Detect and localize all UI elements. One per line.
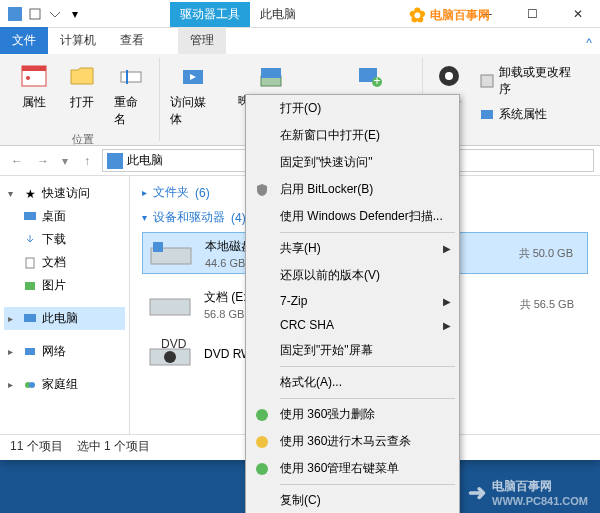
context-menu-item-icon — [254, 461, 270, 477]
svg-point-33 — [256, 463, 268, 475]
this-pc-icon — [107, 153, 123, 169]
properties-icon — [18, 60, 50, 92]
context-menu: 打开(O)在新窗口中打开(E)固定到"快速访问"启用 BitLocker(B)使… — [245, 94, 460, 513]
context-menu-item-label: 使用 360进行木马云查杀 — [280, 433, 411, 450]
context-menu-item-label: 复制(C) — [280, 492, 321, 509]
context-menu-item[interactable]: 复制(C) — [246, 487, 459, 513]
context-menu-item-icon — [254, 293, 270, 309]
tree-documents[interactable]: 文档 — [4, 251, 125, 274]
context-menu-item[interactable]: 共享(H)▶ — [246, 235, 459, 262]
context-menu-item-icon — [254, 434, 270, 450]
context-menu-item-label: 使用 Windows Defender扫描... — [280, 208, 443, 225]
context-menu-item[interactable]: 7-Zip▶ — [246, 289, 459, 313]
context-menu-item-icon — [254, 375, 270, 391]
context-tab-drive-tools[interactable]: 驱动器工具 — [170, 2, 250, 27]
context-menu-item[interactable]: 启用 BitLocker(B) — [246, 176, 459, 203]
nav-forward-button[interactable]: → — [32, 150, 54, 172]
submenu-arrow-icon: ▶ — [443, 320, 451, 331]
context-menu-item[interactable]: 使用 360进行木马云查杀 — [246, 428, 459, 455]
document-icon — [22, 255, 38, 271]
watermark-bottom-text: 电脑百事网 — [492, 479, 552, 493]
picture-icon — [22, 278, 38, 294]
context-menu-item[interactable]: 打开(O) — [246, 95, 459, 122]
device-total: 共 50.0 GB — [519, 246, 583, 261]
qat-icon-2[interactable] — [46, 5, 64, 23]
context-menu-item-label: 使用 360强力删除 — [280, 406, 375, 423]
map-drive-icon — [255, 60, 287, 92]
ribbon-system-properties[interactable]: 系统属性 — [475, 104, 586, 125]
ribbon-collapse-button[interactable]: ^ — [578, 32, 600, 54]
desktop-icon — [22, 209, 38, 225]
context-menu-item[interactable]: 使用 360强力删除 — [246, 401, 459, 428]
svg-rect-1 — [30, 9, 40, 19]
tree-pictures[interactable]: 图片 — [4, 274, 125, 297]
gear-icon — [433, 60, 465, 92]
context-menu-item-icon — [254, 209, 270, 225]
qat-dropdown[interactable]: ▾ — [66, 5, 84, 23]
context-menu-item-label: 固定到"开始"屏幕 — [280, 342, 373, 359]
media-icon — [177, 60, 209, 92]
svg-text:DVD: DVD — [161, 339, 187, 351]
watermark-bottom-icon: ➜ — [468, 480, 486, 506]
nav-up-button[interactable]: ↑ — [76, 150, 98, 172]
quick-access-toolbar: ▾ — [0, 5, 90, 23]
download-icon — [22, 232, 38, 248]
ribbon-access-media[interactable]: 访问媒体 — [166, 58, 221, 130]
tree-quick-access[interactable]: ▾★快速访问 — [4, 182, 125, 205]
svg-point-4 — [26, 76, 30, 80]
tree-desktop[interactable]: 桌面 — [4, 205, 125, 228]
titlebar-context-tabs: 驱动器工具 此电脑 — [170, 0, 306, 27]
ribbon-open[interactable]: 打开 — [62, 58, 102, 130]
context-menu-item[interactable]: 在新窗口中打开(E) — [246, 122, 459, 149]
ribbon-properties[interactable]: 属性 — [14, 58, 54, 130]
context-menu-item-icon — [254, 407, 270, 423]
svg-text:+: + — [373, 74, 380, 88]
nav-history-button[interactable]: ▾ — [58, 150, 72, 172]
add-network-icon: + — [353, 60, 385, 92]
breadcrumb-location: 此电脑 — [127, 152, 163, 169]
svg-rect-18 — [24, 212, 36, 220]
context-menu-item-icon — [254, 343, 270, 359]
svg-rect-10 — [261, 68, 281, 78]
star-icon: ★ — [22, 186, 38, 202]
context-menu-item-label: 使用 360管理右键菜单 — [280, 460, 399, 477]
context-menu-item-icon — [254, 493, 270, 509]
tab-manage[interactable]: 管理 — [178, 27, 226, 54]
context-menu-item[interactable]: 使用 360管理右键菜单 — [246, 455, 459, 482]
context-menu-item-label: 固定到"快速访问" — [280, 154, 373, 171]
ribbon-uninstall[interactable]: 卸载或更改程序 — [475, 62, 586, 100]
tree-this-pc[interactable]: ▸此电脑 — [4, 307, 125, 330]
app-icon — [6, 5, 24, 23]
qat-icon-1[interactable] — [26, 5, 44, 23]
tab-view[interactable]: 查看 — [108, 27, 156, 54]
tree-downloads[interactable]: 下载 — [4, 228, 125, 251]
context-menu-item-icon — [254, 241, 270, 257]
tree-network[interactable]: ▸网络 — [4, 340, 125, 363]
tab-file[interactable]: 文件 — [0, 27, 48, 54]
system-properties-icon — [479, 107, 495, 123]
open-folder-icon — [66, 60, 98, 92]
watermark-top-text: 电脑百事网 — [430, 7, 490, 24]
status-item-count: 11 个项目 — [10, 438, 63, 455]
svg-point-24 — [29, 382, 35, 388]
tab-computer[interactable]: 计算机 — [48, 27, 108, 54]
context-menu-item[interactable]: 格式化(A)... — [246, 369, 459, 396]
context-menu-item[interactable]: 固定到"开始"屏幕 — [246, 337, 459, 364]
titlebar-breadcrumb-title: 此电脑 — [250, 2, 306, 27]
svg-rect-19 — [26, 258, 34, 268]
svg-rect-3 — [22, 66, 46, 71]
maximize-button[interactable]: ☐ — [510, 0, 555, 28]
nav-back-button[interactable]: ← — [6, 150, 28, 172]
tree-homegroup[interactable]: ▸家庭组 — [4, 373, 125, 396]
context-menu-item[interactable]: 还原以前的版本(V) — [246, 262, 459, 289]
homegroup-icon — [22, 377, 38, 393]
watermark-bottom: ➜ 电脑百事网 WWW.PC841.COM — [468, 478, 588, 507]
context-menu-item-icon — [254, 182, 270, 198]
context-menu-item[interactable]: 固定到"快速访问" — [246, 149, 459, 176]
svg-rect-17 — [481, 110, 493, 119]
context-menu-item[interactable]: CRC SHA▶ — [246, 313, 459, 337]
svg-rect-20 — [25, 282, 35, 290]
ribbon-rename[interactable]: 重命名 — [110, 58, 153, 130]
context-menu-item[interactable]: 使用 Windows Defender扫描... — [246, 203, 459, 230]
close-button[interactable]: ✕ — [555, 0, 600, 28]
